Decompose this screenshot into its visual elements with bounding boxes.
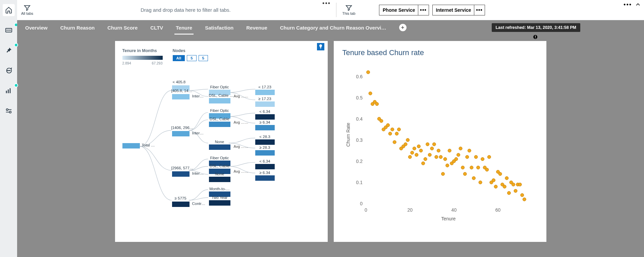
filter-all-tabs[interactable]: All tabs xyxy=(17,5,37,15)
svg-text:40: 40 xyxy=(451,207,457,213)
settings-icon[interactable] xyxy=(3,105,15,117)
svg-point-50 xyxy=(415,153,418,157)
chip-more-icon[interactable]: ••• xyxy=(474,5,485,15)
scatter-card[interactable]: Tenure based Churn rate 00.10.20.30.40.5… xyxy=(334,41,546,242)
svg-point-65 xyxy=(448,149,451,152)
svg-point-73 xyxy=(465,155,469,159)
svg-point-76 xyxy=(472,176,475,180)
svg-point-63 xyxy=(443,158,447,161)
chart-icon[interactable] xyxy=(3,85,15,97)
filter-drop-hint: Drag and drop data here to filter all ta… xyxy=(37,7,334,13)
nodes-title: Nodes xyxy=(173,48,185,53)
svg-point-70 xyxy=(459,147,462,150)
svg-point-90 xyxy=(503,185,506,188)
svg-text:0: 0 xyxy=(360,201,363,206)
svg-point-45 xyxy=(404,142,407,146)
svg-text:0.6: 0.6 xyxy=(356,74,363,79)
svg-point-78 xyxy=(476,166,480,169)
svg-point-62 xyxy=(441,172,444,176)
legend-gradient xyxy=(122,56,163,60)
svg-text:0: 0 xyxy=(365,207,367,213)
svg-point-61 xyxy=(439,155,442,159)
insight-icon[interactable] xyxy=(317,43,324,50)
tab-tenure[interactable]: Tenure xyxy=(176,25,192,31)
svg-point-72 xyxy=(463,172,467,176)
svg-point-99 xyxy=(523,198,526,201)
warning-badge[interactable]: ! xyxy=(533,34,538,40)
svg-point-41 xyxy=(395,132,398,135)
svg-point-51 xyxy=(417,145,420,148)
chat-icon[interactable] xyxy=(3,65,15,77)
svg-point-92 xyxy=(507,191,511,195)
filter-this-tab[interactable]: This tab xyxy=(339,5,359,15)
chip-label: Internet Service xyxy=(436,7,471,13)
svg-point-37 xyxy=(386,124,389,127)
filter-this-tab-label: This tab xyxy=(342,11,355,15)
svg-point-98 xyxy=(520,194,524,197)
svg-point-52 xyxy=(419,149,423,152)
tab-churn-score[interactable]: Churn Score xyxy=(107,25,138,31)
collapse-icon[interactable] xyxy=(635,2,641,9)
filter-chip-internet-service[interactable]: Internet Service ••• xyxy=(432,5,485,15)
svg-text:0.5: 0.5 xyxy=(356,95,363,100)
data-icon[interactable] xyxy=(3,24,15,36)
svg-point-60 xyxy=(437,149,440,152)
svg-text:0.2: 0.2 xyxy=(356,159,363,164)
badge-dot xyxy=(14,83,18,87)
filter-bar: All tabs Drag and drop data here to filt… xyxy=(17,0,644,20)
svg-point-56 xyxy=(428,153,431,157)
svg-point-69 xyxy=(457,153,460,157)
more-icon[interactable]: ••• xyxy=(624,1,632,8)
svg-point-75 xyxy=(470,166,473,169)
dashboard-canvas: Tenure in Months 2.89467.293 Nodes All 5… xyxy=(17,35,644,257)
filter-chip-phone-service[interactable]: Phone Service ••• xyxy=(379,5,429,15)
nodes-5b-button[interactable]: 5 xyxy=(199,55,208,61)
tab-satisfaction[interactable]: Satisfaction xyxy=(205,25,233,31)
svg-point-12 xyxy=(9,111,11,113)
svg-rect-9 xyxy=(8,89,9,93)
svg-point-28 xyxy=(366,71,370,74)
nodes-5a-button[interactable]: 5 xyxy=(187,55,196,61)
tab-cltv[interactable]: CLTV xyxy=(150,25,163,31)
svg-point-29 xyxy=(369,92,372,95)
more-icon[interactable]: ••• xyxy=(322,0,331,7)
svg-point-48 xyxy=(410,151,414,155)
svg-point-88 xyxy=(498,172,502,176)
svg-point-77 xyxy=(474,155,478,159)
svg-text:60: 60 xyxy=(495,207,500,213)
svg-point-46 xyxy=(406,138,409,142)
svg-point-54 xyxy=(424,158,427,161)
tree-root: Total … xyxy=(142,143,155,147)
tab-revenue[interactable]: Revenue xyxy=(246,25,267,31)
nodes-all-button[interactable]: All xyxy=(173,55,185,61)
pin-icon[interactable] xyxy=(3,44,15,56)
svg-point-82 xyxy=(485,168,488,171)
svg-rect-10 xyxy=(9,88,10,93)
add-tab-button[interactable]: + xyxy=(399,24,407,31)
svg-point-71 xyxy=(461,166,464,169)
svg-point-59 xyxy=(434,155,438,159)
svg-point-11 xyxy=(6,109,8,111)
tab-churn-category[interactable]: Churn Category and Churn Reason Overvi… xyxy=(280,25,386,31)
svg-point-91 xyxy=(505,176,508,180)
decision-tree-card[interactable]: Tenure in Months 2.89467.293 Nodes All 5… xyxy=(115,41,328,242)
nav-rail xyxy=(0,0,17,257)
svg-point-6 xyxy=(8,70,9,71)
svg-text:Churn Rate: Churn Rate xyxy=(345,123,351,147)
svg-point-58 xyxy=(432,142,436,146)
svg-point-85 xyxy=(492,179,495,182)
scatter-title: Tenure based Churn rate xyxy=(342,48,538,57)
chip-more-icon[interactable]: ••• xyxy=(418,5,429,15)
tab-overview[interactable]: Overview xyxy=(25,25,48,31)
svg-rect-8 xyxy=(6,91,7,93)
chip-label: Phone Service xyxy=(383,7,415,13)
svg-point-39 xyxy=(390,128,394,131)
svg-point-95 xyxy=(514,189,517,192)
svg-point-97 xyxy=(518,183,522,186)
home-icon[interactable] xyxy=(3,4,15,16)
svg-point-79 xyxy=(479,181,482,184)
svg-point-94 xyxy=(512,183,515,186)
tab-churn-reason[interactable]: Churn Reason xyxy=(60,25,95,31)
svg-text:0.1: 0.1 xyxy=(356,180,363,185)
svg-point-7 xyxy=(9,70,10,71)
